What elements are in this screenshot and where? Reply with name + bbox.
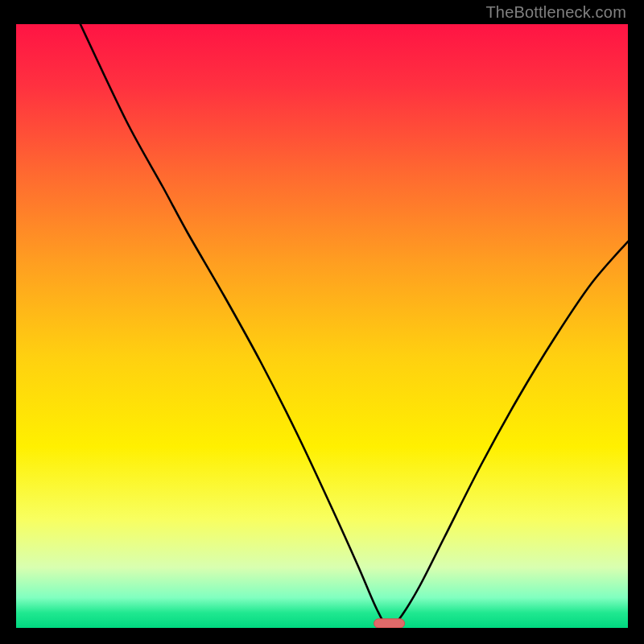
gradient-background [16, 24, 628, 628]
watermark-text: TheBottleneck.com [485, 3, 626, 22]
plot-area [16, 24, 628, 628]
optimal-marker [374, 619, 405, 628]
chart-frame: TheBottleneck.com [0, 0, 644, 644]
bottleneck-chart-svg [16, 24, 628, 628]
